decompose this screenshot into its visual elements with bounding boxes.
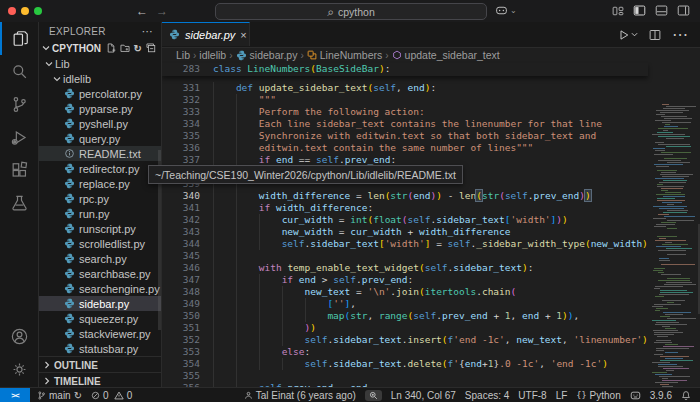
code-line-349[interactable]: 349 [''], — [162, 298, 700, 310]
breadcrumb-item-linenumbers[interactable]: LineNumbers — [307, 49, 382, 61]
indent-guide — [213, 310, 214, 322]
code-line-346[interactable]: 346 with temp_enable_text_widget(self.si… — [162, 262, 700, 274]
history-back-button[interactable]: ← — [136, 4, 148, 18]
code-line-345[interactable]: 345 — [162, 250, 700, 262]
code-line-340[interactable]: 340 width_difference = len(str(end)) - l… — [162, 190, 700, 202]
tree-item-runscript-py[interactable]: runscript.py — [39, 221, 161, 236]
problems-status[interactable]: 0 0 — [91, 390, 132, 401]
cursor-position-status[interactable]: Ln 340, Col 67 — [391, 390, 456, 401]
tab-sidebar-py[interactable]: sidebar.py × — [162, 22, 250, 46]
indentation-status[interactable]: Spaces: 4 — [465, 390, 509, 401]
close-tab-icon[interactable]: × — [240, 29, 246, 41]
activity-source-control[interactable] — [0, 88, 38, 121]
customize-layout-icon[interactable] — [612, 5, 624, 17]
code-area[interactable]: 283class LineNumbers(BaseSideBar): 331 d… — [162, 63, 700, 388]
branch-name: main — [49, 390, 71, 401]
branch-status[interactable]: main ↻ — [37, 390, 82, 401]
code-line-344[interactable]: 344 self.sidebar_text['width'] = self._s… — [162, 238, 700, 250]
copilot-status-icon[interactable] — [630, 390, 641, 401]
activity-extensions[interactable] — [0, 154, 38, 187]
remote-indicator[interactable]: >< — [0, 388, 30, 402]
tree-item-search-py[interactable]: search.py — [39, 251, 161, 266]
tree-item-scrolledlist-py[interactable]: scrolledlist.py — [39, 236, 161, 251]
code-line-341[interactable]: 341 if width_difference: — [162, 202, 700, 214]
tree-item-percolator-py[interactable]: percolator.py — [39, 86, 161, 101]
code-line-347[interactable]: 347 if end > self.prev_end: — [162, 274, 700, 286]
git-blame-status[interactable]: Tal Einat (6 years ago) — [244, 390, 356, 401]
code-line-334[interactable]: 334 Each line sidebar_text contains the … — [162, 118, 700, 130]
activity-explorer[interactable] — [0, 22, 38, 55]
eol-status[interactable]: LF — [556, 390, 568, 401]
zoom-window-button[interactable] — [34, 7, 42, 15]
code-line-331[interactable]: 331 def update_sidebar_text(self, end): — [162, 82, 700, 94]
breadcrumb-item-sidebar.py[interactable]: sidebar.py — [236, 49, 298, 61]
tree-item-run-py[interactable]: run.py — [39, 206, 161, 221]
command-center-search[interactable]: ⌕ cpython — [215, 3, 487, 20]
code-line-336[interactable]: 336 editwin.text contain the same number… — [162, 142, 700, 154]
tree-item-pyshell-py[interactable]: pyshell.py — [39, 116, 161, 131]
code-line-354[interactable]: 354 self.sidebar_text.delete(f'{end+1}.0… — [162, 358, 700, 370]
split-editor-icon[interactable] — [649, 29, 661, 41]
zoom-status-button[interactable] — [365, 390, 382, 401]
tree-item-pyparse-py[interactable]: pyparse.py — [39, 101, 161, 116]
breadcrumb-item-lib[interactable]: Lib — [176, 49, 190, 61]
code-line-333[interactable]: 333 Perform the following action: — [162, 106, 700, 118]
refresh-icon[interactable]: ↻ — [134, 43, 142, 54]
tab-label: sidebar.py — [185, 29, 235, 41]
run-python-file-icon[interactable] — [618, 29, 638, 41]
tree-item-searchbase-py[interactable]: searchbase.py — [39, 266, 161, 281]
accounts-button[interactable] — [0, 320, 38, 353]
history-forward-button[interactable]: → — [156, 4, 168, 18]
tree-item-idlelib[interactable]: idlelib — [39, 71, 161, 86]
outline-section[interactable]: OUTLINE — [39, 356, 161, 373]
toggle-secondary-sidebar-icon[interactable] — [677, 4, 690, 17]
tree-item-stackviewer-py[interactable]: stackviewer.py — [39, 326, 161, 341]
minimap[interactable] — [650, 104, 696, 388]
code-line-348[interactable]: 348 new_text = '\n'.join(itertools.chain… — [162, 286, 700, 298]
code-line-355[interactable]: 355 — [162, 370, 700, 382]
encoding-status[interactable]: UTF-8 — [518, 390, 546, 401]
editor-more-actions-icon[interactable]: ⋯ — [672, 25, 688, 44]
tree-item-sidebar-py[interactable]: sidebar.py — [39, 296, 161, 311]
tree-item-replace-py[interactable]: replace.py — [39, 176, 161, 191]
minimize-window-button[interactable] — [21, 7, 29, 15]
manage-button[interactable] — [0, 353, 38, 386]
new-file-icon[interactable] — [106, 43, 116, 53]
tree-item-query-py[interactable]: query.py — [39, 131, 161, 146]
tree-item-readme-txt[interactable]: README.txt — [39, 146, 161, 161]
tree-item-redirector-py[interactable]: redirector.py — [39, 161, 161, 176]
explorer-more-actions-icon[interactable]: ⋯ — [142, 25, 153, 38]
tree-item-rpc-py[interactable]: rpc.py — [39, 191, 161, 206]
code-line-342[interactable]: 342 cur_width = int(float(self.sidebar_t… — [162, 214, 700, 226]
breadcrumb-item-idlelib[interactable]: idlelib — [199, 49, 226, 61]
activity-run-debug[interactable] — [0, 121, 38, 154]
code-line-353[interactable]: 353 else: — [162, 346, 700, 358]
activity-search[interactable] — [0, 55, 38, 88]
tree-item-searchengine-py[interactable]: searchengine.py — [39, 281, 161, 296]
code-line-350[interactable]: 350 map(str, range(self.prev_end + 1, en… — [162, 310, 700, 322]
code-line-283[interactable]: 283class LineNumbers(BaseSideBar): — [162, 63, 648, 75]
collapse-all-icon[interactable] — [146, 43, 156, 53]
code-line-352[interactable]: 352 self.sidebar_text.insert(f'end -1c',… — [162, 334, 700, 346]
code-line-343[interactable]: 343 new_width = cur_width + width_differ… — [162, 226, 700, 238]
tree-item-lib[interactable]: Lib — [39, 56, 161, 71]
tree-item-statusbar-py[interactable]: statusbar.py — [39, 341, 161, 356]
workspace-section-header[interactable]: CPYTHON ↻ — [39, 40, 161, 56]
tree-item-squeezer-py[interactable]: squeezer.py — [39, 311, 161, 326]
new-folder-icon[interactable] — [120, 43, 130, 53]
toggle-primary-sidebar-icon[interactable] — [633, 4, 646, 17]
sticky-scroll-line[interactable]: 283class LineNumbers(BaseSideBar): — [162, 63, 648, 76]
notifications-bell-icon[interactable] — [681, 390, 691, 401]
code-line-351[interactable]: 351 )) — [162, 322, 700, 334]
toggle-panel-icon[interactable] — [655, 4, 668, 17]
code-line-335[interactable]: 335 Synchronize with editwin.text so tha… — [162, 130, 700, 142]
breadcrumb-item-update_sidebar_text[interactable]: update_sidebar_text — [392, 49, 500, 61]
beaker-icon — [10, 194, 29, 213]
language-mode-status[interactable]: {} Python — [576, 390, 620, 401]
timeline-section[interactable]: TIMELINE — [39, 372, 161, 388]
code-line-332[interactable]: 332 """ — [162, 94, 700, 106]
activity-testing[interactable] — [0, 187, 38, 220]
close-window-button[interactable] — [8, 7, 16, 15]
copilot-menu[interactable]: ⌄ — [495, 4, 517, 17]
python-interpreter-status[interactable]: 3.9.6 — [650, 390, 672, 401]
